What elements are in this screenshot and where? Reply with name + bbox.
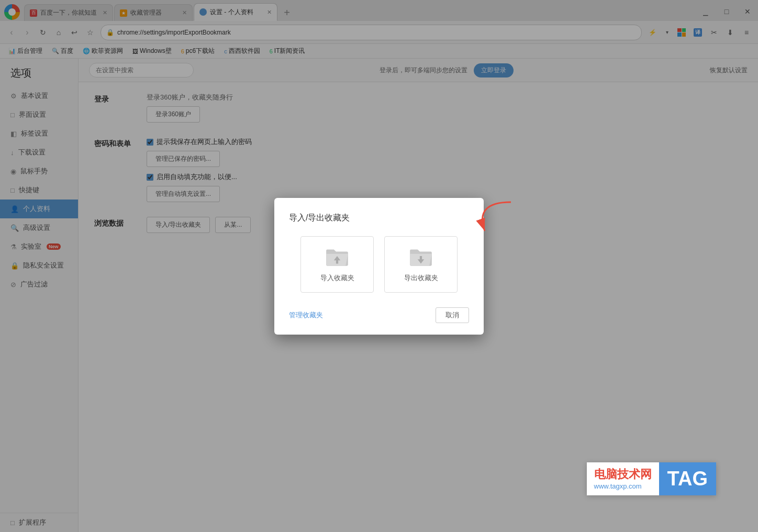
- dialog-footer: 管理收藏夹 取消: [289, 307, 469, 323]
- watermark-url: www.tagxp.com: [594, 482, 652, 490]
- cancel-button[interactable]: 取消: [436, 307, 469, 323]
- watermark-main-text: 电脑技术网: [594, 468, 652, 481]
- watermark: 电脑技术网 www.tagxp.com TAG: [587, 462, 716, 495]
- overlay: 导入/导出收藏夹 导入收藏夹: [0, 0, 758, 532]
- export-folder-icon: [408, 246, 434, 268]
- import-folder-icon: [324, 246, 350, 268]
- watermark-tag-text: TAG: [667, 468, 708, 490]
- import-option[interactable]: 导入收藏夹: [300, 236, 374, 293]
- manage-bookmarks-link[interactable]: 管理收藏夹: [289, 311, 323, 320]
- watermark-tag-area: TAG: [659, 462, 716, 495]
- export-label: 导出收藏夹: [404, 273, 438, 283]
- watermark-text-area: 电脑技术网 www.tagxp.com: [587, 462, 659, 495]
- red-arrow: [459, 197, 521, 244]
- dialog: 导入/导出收藏夹 导入收藏夹: [274, 198, 484, 335]
- dialog-title: 导入/导出收藏夹: [289, 213, 469, 224]
- import-label: 导入收藏夹: [320, 273, 354, 283]
- dialog-options: 导入收藏夹 导出收藏夹: [289, 236, 469, 293]
- export-option[interactable]: 导出收藏夹: [384, 236, 458, 293]
